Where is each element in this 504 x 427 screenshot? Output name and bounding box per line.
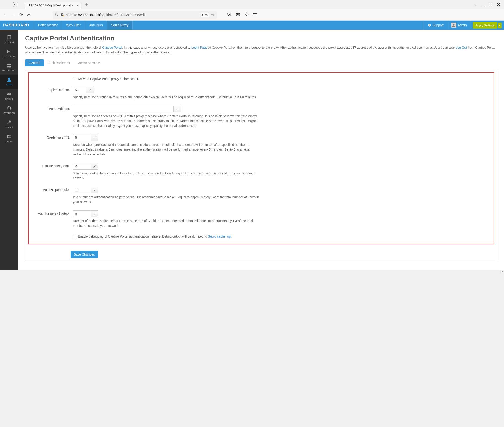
sidebar-item-tools[interactable]: TOOLS xyxy=(0,117,18,131)
sidebar-item-label: SETTINGS xyxy=(3,112,15,114)
nav-forward-button[interactable]: → xyxy=(11,12,15,17)
checkbox-activate-portal[interactable] xyxy=(73,77,76,80)
tracking-shield-icon[interactable] xyxy=(55,13,59,17)
tab-auth-backends[interactable]: Auth Backends xyxy=(45,60,74,66)
wand-ttl-button[interactable] xyxy=(91,134,98,141)
intro-text: User authentication may also be done wit… xyxy=(25,45,497,55)
sidebar-item-exclusions[interactable]: EXCLUSIONS xyxy=(0,46,18,60)
label-credentials-ttl: Credentials TTL xyxy=(31,134,73,139)
save-changes-button[interactable]: Save Changes xyxy=(71,251,98,258)
content-area: Captive Portal Authentication User authe… xyxy=(18,30,504,270)
cloud-download-icon xyxy=(7,92,12,97)
browser-nav-bar: ← → ⟳ ✂ ▲ https://192.168.10.119/squid/a… xyxy=(0,9,504,21)
book-icon xyxy=(7,35,12,40)
window-maximize-button[interactable] xyxy=(489,3,492,6)
grid-icon xyxy=(7,63,12,68)
help-portal: Specify here the IP address or FQDN of t… xyxy=(73,114,260,128)
nav-reload-button[interactable]: ⟳ xyxy=(19,12,23,17)
folder-icon xyxy=(7,134,12,139)
window-minimize-button[interactable] xyxy=(481,3,484,6)
sidebar-item-label: GENERAL xyxy=(4,41,15,43)
nav-back-button[interactable]: ← xyxy=(3,12,8,17)
debug-label: Enable debugging of Captive Portal authe… xyxy=(78,234,231,239)
nav-traffic-monitor[interactable]: Traffic Monitor xyxy=(33,21,62,30)
sidebar: GENERAL EXCLUSIONS HTTPS / SSL AUTH CACH… xyxy=(0,30,18,270)
wand-total-button[interactable] xyxy=(91,163,98,170)
help-total: Total number of authentication helpers t… xyxy=(73,171,260,181)
url-bar[interactable]: ▲ https://192.168.10.119/squid/auth/port… xyxy=(52,11,217,19)
window-close-button[interactable] xyxy=(497,3,500,6)
apply-settings-button[interactable]: Apply Settings xyxy=(473,22,497,29)
form-highlight: Activate Captive Portal proxy authentica… xyxy=(28,72,494,244)
nav-web-filter[interactable]: Web Filter xyxy=(62,21,85,30)
help-expire: Specify here the duration in minutes of … xyxy=(73,95,260,100)
tab-close-icon[interactable]: × xyxy=(76,3,79,7)
input-portal-address[interactable] xyxy=(73,106,173,113)
link-squid-cache-log[interactable]: Squid cache log xyxy=(208,235,231,238)
bookmark-star-icon[interactable]: ☆ xyxy=(211,12,215,17)
wand-idle-button[interactable] xyxy=(91,187,98,193)
activate-label: Activate Captive Portal proxy authentica… xyxy=(78,77,139,81)
wrench-icon xyxy=(7,120,12,125)
wand-startup-button[interactable] xyxy=(91,210,98,217)
wand-icon xyxy=(93,188,96,191)
wand-icon xyxy=(93,165,96,168)
support-link[interactable]: Support xyxy=(424,21,448,30)
brand-logo[interactable]: DASHBOARD xyxy=(0,21,33,30)
label-helpers-idle: Auth Helpers (Idle) xyxy=(31,187,73,191)
label-expire-duration: Expire Duration xyxy=(31,87,73,92)
tabs-dropdown-icon[interactable]: ⌄ xyxy=(474,3,477,6)
sidebar-item-label: CACHE xyxy=(5,98,13,100)
settings-panel: Activate Captive Portal proxy authentica… xyxy=(25,70,497,261)
link-login-page[interactable]: Login Page xyxy=(191,46,208,49)
app-viewport: ▴ ▾ DASHBOARD Traffic Monitor Web Filter… xyxy=(0,21,504,273)
input-helpers-startup[interactable] xyxy=(73,210,91,217)
wand-portal-button[interactable] xyxy=(173,106,181,113)
sidebar-item-cache[interactable]: CACHE xyxy=(0,89,18,103)
pocket-icon[interactable] xyxy=(227,12,231,17)
username: admin xyxy=(458,23,467,27)
browser-tab[interactable]: 192.168.10.119/squid/auth/portal/s × xyxy=(25,2,81,9)
checkbox-icon xyxy=(7,49,12,54)
screenshot-icon[interactable]: ✂ xyxy=(27,12,31,17)
zoom-level[interactable]: 80% xyxy=(200,13,209,17)
tab-strip: 192.168.10.119/squid/auth/portal/s × ＋ ⌄ xyxy=(0,0,504,9)
library-icon[interactable] xyxy=(13,2,18,7)
sidebar-item-logs[interactable]: LOGS xyxy=(0,131,18,145)
label-portal-address: Portal Address xyxy=(31,106,73,111)
input-credentials-ttl[interactable] xyxy=(73,134,91,141)
user-menu[interactable]: admin xyxy=(448,21,470,30)
link-captive-portal[interactable]: Captive Portal xyxy=(102,46,122,49)
tab-title: 192.168.10.119/squid/auth/portal/s xyxy=(27,4,73,7)
tab-general[interactable]: General xyxy=(25,60,44,66)
input-helpers-idle[interactable] xyxy=(73,187,91,193)
label-helpers-total: Auth Helpers (Total) xyxy=(31,163,73,168)
sidebar-item-auth[interactable]: AUTH xyxy=(0,75,18,89)
sidebar-item-settings[interactable]: SETTINGS xyxy=(0,103,18,117)
browser-chrome: 192.168.10.119/squid/auth/portal/s × ＋ ⌄… xyxy=(0,0,504,21)
sidebar-item-label: AUTH xyxy=(6,84,12,86)
link-log-out[interactable]: Log Out xyxy=(456,46,467,49)
apply-settings-dropdown[interactable]: ▾ xyxy=(498,23,502,28)
tab-active-sessions[interactable]: Active Sessions xyxy=(74,60,104,66)
sidebar-item-label: HTTPS / SSL xyxy=(2,69,16,72)
new-tab-button[interactable]: ＋ xyxy=(83,1,90,8)
support-label: Support xyxy=(432,23,444,27)
nav-anti-virus[interactable]: Anti Virus xyxy=(85,21,107,30)
nav-squid-proxy[interactable]: Squid Proxy xyxy=(107,21,133,30)
sidebar-item-https-ssl[interactable]: HTTPS / SSL xyxy=(0,60,18,75)
help-ttl: Duration when provided valid credentials… xyxy=(73,142,260,157)
input-expire-duration[interactable] xyxy=(73,87,86,93)
wand-expire-button[interactable] xyxy=(86,87,94,93)
lock-warning-icon[interactable]: ▲ xyxy=(60,13,64,17)
app-menu-icon[interactable] xyxy=(253,14,257,16)
input-helpers-total[interactable] xyxy=(73,163,91,170)
checkbox-enable-debug[interactable] xyxy=(73,235,76,238)
user-icon xyxy=(7,77,12,82)
wand-icon xyxy=(93,212,96,215)
gear-icon xyxy=(7,106,12,111)
label-helpers-startup: Auth Helpers (Startup) xyxy=(31,210,73,215)
account-icon[interactable] xyxy=(236,12,240,17)
extensions-icon[interactable] xyxy=(244,12,249,17)
sidebar-item-general[interactable]: GENERAL xyxy=(0,32,18,46)
